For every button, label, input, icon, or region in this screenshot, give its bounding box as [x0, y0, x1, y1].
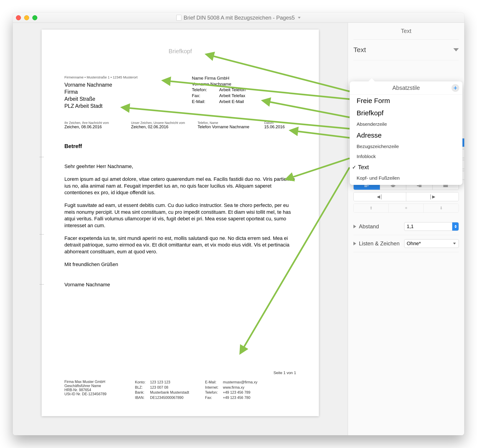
disclosure-triangle-icon[interactable]: [353, 225, 356, 228]
style-item[interactable]: Freie Form: [350, 94, 462, 107]
recipient-address[interactable]: Vorname Nachname Firma Arbeit Straße PLZ…: [64, 81, 174, 110]
list-style-select[interactable]: Ohne*: [404, 239, 459, 248]
style-item[interactable]: ✓Text: [350, 161, 462, 173]
info-block[interactable]: Name Firma GmbH Vorname Nachname Telefon…: [192, 75, 245, 110]
titlebar: Brief DIN 5008 A mit Bezugszeichen - Pag…: [13, 13, 464, 23]
traffic-lights: [16, 15, 37, 20]
document-canvas[interactable]: Briefkopf Firmenname • Musterstraße 1 • …: [13, 23, 348, 435]
paragraph-styles-popover: Absatzstile + Freie FormBriefkopfAbsende…: [350, 81, 462, 185]
chevron-down-icon: [298, 17, 301, 19]
close-window-button[interactable]: [16, 15, 21, 20]
sender-line[interactable]: Firmenname • Musterstraße 1 • 12345 Must…: [64, 75, 174, 79]
subject[interactable]: Betreff: [64, 143, 296, 149]
reference-row[interactable]: Ihr Zeichen, Ihre Nachricht vomZeichen, …: [64, 121, 296, 130]
zoom-window-button[interactable]: [32, 15, 37, 20]
spacing-label: Abstand: [359, 223, 379, 230]
style-item[interactable]: Absenderzeile: [350, 119, 462, 129]
outdent-button[interactable]: ◀│: [354, 192, 406, 201]
lists-label: Listen & Zeichen: [359, 240, 400, 247]
vertical-align-row: ⬆ ✶ ⬇: [353, 204, 459, 213]
spacing-select[interactable]: 1,1: [404, 222, 459, 231]
window: Brief DIN 5008 A mit Bezugszeichen - Pag…: [13, 13, 464, 435]
disclosure-triangle-icon[interactable]: [353, 242, 356, 245]
popover-title: Absatzstile: [392, 85, 420, 91]
style-item[interactable]: Adresse: [350, 129, 462, 141]
document-icon: [176, 15, 181, 21]
valign-top-button[interactable]: ⬆: [354, 204, 389, 212]
page: Briefkopf Firmenname • Musterstraße 1 • …: [42, 29, 319, 416]
add-style-button[interactable]: +: [452, 84, 459, 92]
content: Briefkopf Firmenname • Musterstraße 1 • …: [13, 23, 464, 435]
inspector-panel: Text Text Absatzstile + Freie FormBriefk…: [348, 23, 464, 435]
chevron-down-icon: [453, 48, 459, 51]
indent-button[interactable]: │▶: [406, 192, 459, 201]
valign-middle-button[interactable]: ✶: [389, 204, 424, 212]
page-number: Seite 1 von 1: [64, 371, 296, 375]
style-item[interactable]: Bezugszeichenzeile: [350, 141, 462, 152]
title-text: Brief DIN 5008 A mit Bezugszeichen - Pag…: [184, 15, 295, 21]
style-item[interactable]: Briefkopf: [350, 107, 462, 119]
style-item[interactable]: Kopf- und Fußzeilen: [350, 173, 462, 183]
letter-body[interactable]: Sehr geehrter Herr Nachname, Lorem ipsum…: [64, 163, 296, 288]
valign-bottom-button[interactable]: ⬇: [424, 204, 459, 212]
paragraph-style-selector[interactable]: Text: [353, 40, 459, 60]
minimize-window-button[interactable]: [24, 15, 29, 20]
indent-row: ◀│ │▶: [353, 192, 459, 201]
inspector-title: Text: [353, 23, 459, 40]
styles-list: Freie FormBriefkopfAbsenderzeileAdresseB…: [350, 94, 462, 183]
letterhead[interactable]: Briefkopf: [64, 48, 296, 55]
footer[interactable]: Seite 1 von 1 Firma Max Muster GmbHGesch…: [64, 371, 296, 400]
window-title[interactable]: Brief DIN 5008 A mit Bezugszeichen - Pag…: [176, 15, 301, 21]
style-item[interactable]: Infoblock: [350, 152, 462, 161]
